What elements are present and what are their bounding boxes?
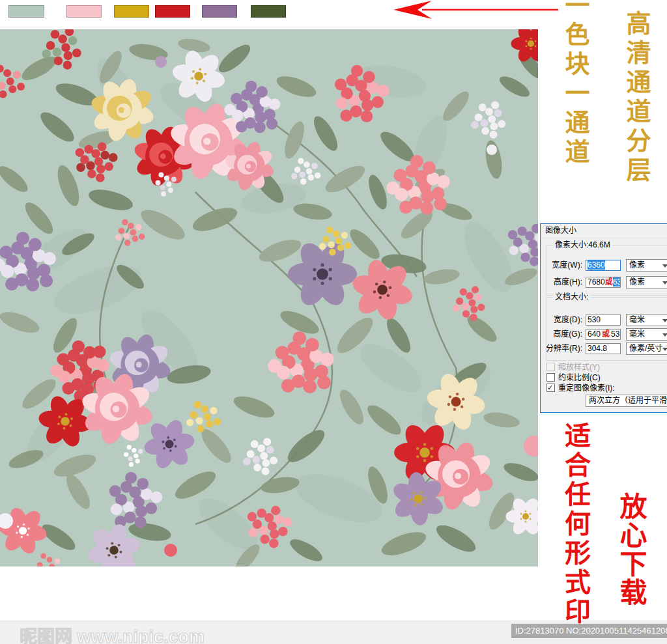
- site-watermark: 昵图网 www.nipic.com: [20, 623, 205, 644]
- dialog-title-bar[interactable]: 图像大小: [541, 224, 667, 238]
- pixel-height-label: 高度(H):: [545, 277, 582, 288]
- constrain-ratio-checkbox-row[interactable]: 约束比例(C): [546, 372, 667, 383]
- or-annotation: 或: [602, 329, 610, 339]
- floral-pattern-image: [0, 29, 538, 567]
- resolution-label: 分辨率(R):: [545, 343, 582, 354]
- chevron-down-icon: [662, 319, 667, 322]
- constrain-ratio-checkbox[interactable]: [546, 373, 555, 382]
- or-annotation: 或: [605, 277, 613, 287]
- annotation-one-block-one-channel: 一色块一通道: [558, 0, 593, 168]
- doc-height-unit-select[interactable]: 毫米: [626, 328, 667, 341]
- resolution-unit-select[interactable]: 像素/英寸: [626, 343, 667, 355]
- floral-pattern-canvas: [0, 29, 538, 567]
- doc-width-unit-select[interactable]: 毫米: [626, 314, 667, 326]
- pixel-height-input[interactable]: 7680或6360: [586, 277, 621, 288]
- chevron-down-icon: [662, 264, 667, 268]
- pixel-height-unit-select[interactable]: 像素: [626, 276, 667, 288]
- site-url: www.nipic.com: [78, 627, 205, 644]
- pixel-width-label: 宽度(W):: [545, 260, 582, 271]
- pixel-width-input[interactable]: 6360: [586, 260, 621, 271]
- pixel-size-group-label: 像素大小:46.6M: [553, 240, 612, 249]
- doc-height-label: 高度(G):: [545, 329, 582, 340]
- annotation-download-with-confidence: 放心下载: [611, 492, 651, 607]
- chevron-down-icon: [662, 333, 667, 337]
- resample-method-select[interactable]: 两次立方（适用于平滑渐变: [586, 395, 667, 407]
- pixel-width-unit-select[interactable]: 像素: [626, 259, 667, 272]
- scale-styles-checkbox-row[interactable]: 缩放样式(Y): [546, 362, 667, 372]
- chevron-down-icon: [662, 348, 667, 351]
- image-size-dialog: 图像大小 像素大小:46.6M 宽度(W): 6360 像素 高度(H): 76…: [540, 223, 667, 413]
- document-size-group-label: 文档大小:: [553, 292, 590, 301]
- resample-image-checkbox-label: 重定图像像素(I):: [558, 384, 615, 393]
- doc-width-input[interactable]: 530: [586, 315, 621, 326]
- doc-width-label: 宽度(D):: [545, 315, 582, 326]
- resolution-input[interactable]: 304.8: [586, 343, 621, 354]
- doc-height-input[interactable]: 640或530: [586, 329, 621, 340]
- resample-image-checkbox-row[interactable]: 重定图像像素(I):: [546, 383, 667, 393]
- scale-styles-checkbox[interactable]: [546, 363, 555, 371]
- resample-image-checkbox[interactable]: [546, 384, 555, 392]
- site-name: 昵图网: [20, 627, 72, 644]
- chevron-down-icon: [662, 281, 667, 285]
- annotation-fits-any-print-form: 适合任何形式印: [557, 422, 595, 627]
- annotation-hd-channel-layers: 高清通道分层: [619, 10, 655, 186]
- scale-styles-checkbox-label: 缩放样式(Y): [558, 363, 600, 372]
- dialog-checkbox-list: 缩放样式(Y)约束比例(C)重定图像像素(I):: [546, 362, 667, 393]
- constrain-ratio-checkbox-label: 约束比例(C): [558, 373, 601, 382]
